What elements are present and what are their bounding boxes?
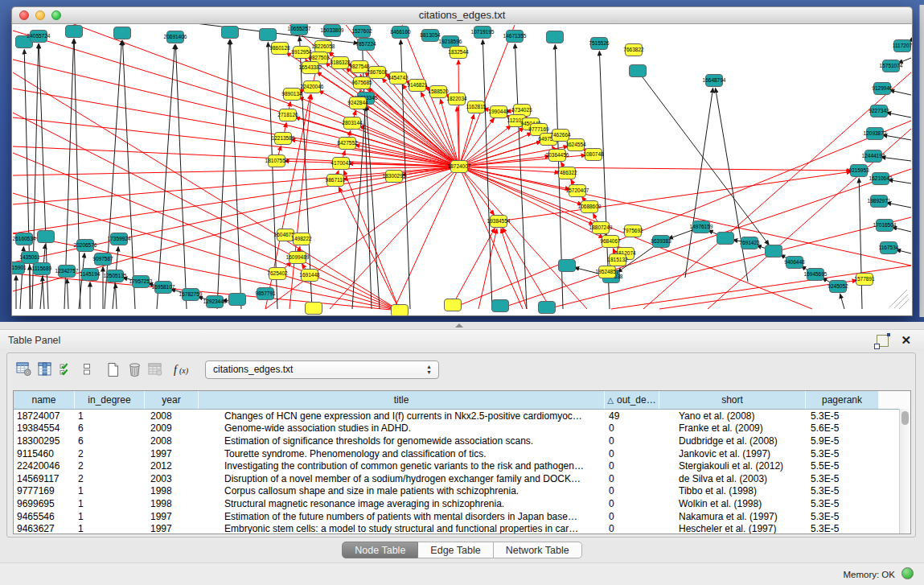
cell-short[interactable]: Tibbo et al. (1998) bbox=[659, 485, 806, 496]
graph-node[interactable]: 16543382 bbox=[299, 62, 322, 74]
cell-out_degree[interactable]: 0 bbox=[605, 498, 659, 509]
graph-node[interactable]: 1162815 bbox=[466, 101, 487, 113]
graph-node[interactable]: 8466160 bbox=[390, 27, 411, 39]
black-edge[interactable] bbox=[897, 249, 911, 253]
network-window-titlebar[interactable]: citations_edges.txt bbox=[11, 6, 913, 24]
black-edge[interactable] bbox=[515, 44, 527, 309]
memory-status-indicator-icon[interactable] bbox=[901, 567, 914, 579]
cell-name[interactable]: 9777169 bbox=[14, 485, 75, 496]
black-edge[interactable] bbox=[175, 45, 187, 309]
cell-title[interactable]: Genome-wide association studies in ADHD. bbox=[199, 422, 605, 434]
cell-title[interactable]: Embryonic stem cells: a model to study s… bbox=[199, 523, 605, 534]
graph-node[interactable]: 1691448 bbox=[299, 270, 320, 282]
graph-node[interactable]: 2867608 bbox=[367, 67, 388, 79]
cell-title[interactable]: Estimation of the future numbers of pati… bbox=[199, 511, 605, 522]
graph-node[interactable]: 9129946 bbox=[872, 83, 893, 95]
red-edge[interactable] bbox=[13, 89, 459, 167]
function-icon[interactable]: f(x) bbox=[173, 360, 192, 378]
graph-node[interactable]: 9890134 bbox=[281, 89, 302, 101]
graph-node[interactable]: 7663822 bbox=[623, 44, 644, 56]
table-row[interactable]: 2242004622012Investigating the contribut… bbox=[14, 459, 910, 472]
cell-title[interactable]: Corpus callosum shape and size in male p… bbox=[199, 485, 605, 496]
black-edge[interactable] bbox=[230, 40, 241, 309]
cell-name[interactable]: 14569117 bbox=[14, 473, 75, 484]
import-table-icon[interactable] bbox=[146, 360, 164, 378]
graph-node[interactable]: 20364456 bbox=[546, 150, 569, 162]
cell-out_degree[interactable]: 0 bbox=[605, 473, 659, 484]
red-edge[interactable] bbox=[503, 229, 551, 309]
graph-node[interactable]: 1832544 bbox=[448, 47, 469, 59]
graph-node[interactable] bbox=[717, 233, 734, 245]
red-edge[interactable] bbox=[459, 25, 515, 167]
cell-title[interactable]: Disruption of a novel member of a sodium… bbox=[199, 473, 605, 484]
cell-pagerank[interactable]: 5.9E-5 bbox=[806, 435, 879, 447]
graph-node[interactable]: 16099489 bbox=[286, 252, 310, 264]
table-row[interactable]: 1938455462009Genome-wide association stu… bbox=[14, 422, 910, 435]
cell-year[interactable]: 2003 bbox=[145, 473, 199, 484]
graph-node[interactable]: 19524851 bbox=[596, 266, 619, 278]
network-canvas[interactable]: 2405572420691406106552571603380915276027… bbox=[11, 24, 913, 316]
network-window[interactable]: citations_edges.txt 24055724206914061065… bbox=[11, 6, 913, 316]
graph-node[interactable]: 4170043 bbox=[331, 158, 351, 170]
graph-node[interactable]: 16648794 bbox=[703, 75, 726, 87]
black-edge[interactable] bbox=[115, 284, 117, 309]
graph-node[interactable]: 9406448 bbox=[784, 257, 805, 269]
graph-node[interactable]: 9215953 bbox=[848, 165, 869, 177]
black-edge[interactable] bbox=[890, 90, 911, 95]
graph-node[interactable] bbox=[260, 29, 277, 41]
cell-short[interactable]: Jankovic et al. (1997) bbox=[659, 448, 806, 459]
cell-in_degree[interactable]: 1 bbox=[75, 410, 145, 422]
cell-out_degree[interactable]: 0 bbox=[605, 523, 659, 534]
graph-node[interactable]: 12213589 bbox=[272, 133, 295, 145]
graph-node[interactable]: 7975692 bbox=[622, 225, 643, 237]
graph-node[interactable]: 1115689 bbox=[32, 263, 52, 275]
graph-node[interactable]: 18724007 bbox=[448, 161, 471, 173]
graph-node[interactable]: 1498222 bbox=[291, 233, 312, 245]
graph-node[interactable]: 20691406 bbox=[164, 31, 187, 43]
red-edge[interactable] bbox=[13, 193, 400, 311]
red-edge[interactable] bbox=[13, 24, 459, 167]
table-row[interactable]: 1830029562008Estimation of significance … bbox=[14, 435, 910, 447]
graph-node[interactable]: 3915901 bbox=[12, 262, 27, 274]
graph-node[interactable] bbox=[306, 303, 322, 315]
cell-title[interactable]: Tourette syndrome. Phenomenology and cla… bbox=[199, 448, 605, 459]
black-edge[interactable] bbox=[883, 135, 911, 140]
graph-node[interactable]: 10688609 bbox=[578, 201, 602, 213]
cell-pagerank[interactable]: 5.5E-5 bbox=[806, 460, 879, 472]
cell-short[interactable]: Stergiakouli et al. (2012) bbox=[659, 460, 806, 472]
red-edge[interactable] bbox=[394, 167, 459, 309]
graph-node[interactable]: 8813054 bbox=[420, 30, 441, 42]
cell-name[interactable]: 9465546 bbox=[14, 511, 75, 522]
table-row[interactable]: 969969511998Structural magnetic resonanc… bbox=[14, 497, 910, 510]
vertical-scrollbar[interactable] bbox=[899, 409, 910, 534]
table-row[interactable]: 1872400712008Changes of HCN gene express… bbox=[14, 410, 910, 422]
cell-pagerank[interactable]: 5.3E-5 bbox=[806, 485, 879, 496]
black-edge[interactable] bbox=[840, 295, 844, 309]
cell-pagerank[interactable]: 5.3E-5 bbox=[806, 448, 879, 459]
graph-node[interactable]: 10719195 bbox=[471, 27, 495, 39]
cell-year[interactable]: 2009 bbox=[145, 422, 199, 434]
close-panel-icon[interactable]: ✕ bbox=[901, 333, 911, 347]
black-edge[interactable] bbox=[105, 41, 121, 309]
graph-node[interactable]: 14671355 bbox=[503, 31, 527, 43]
graph-node[interactable]: 1167534 bbox=[879, 242, 899, 254]
column-header-pagerank[interactable]: pagerank bbox=[806, 391, 879, 409]
tab-network-table[interactable]: Network Table bbox=[494, 542, 582, 558]
window-resize-grip[interactable] bbox=[889, 290, 909, 309]
graph-node[interactable]: 2718126 bbox=[277, 109, 298, 122]
column-header-short[interactable]: short bbox=[659, 391, 806, 409]
tab-edge-table[interactable]: Edge Table bbox=[418, 542, 493, 558]
graph-node[interactable]: 14976159 bbox=[690, 221, 713, 233]
column-header-out_degree[interactable]: △out_de… bbox=[605, 391, 659, 409]
cell-short[interactable]: Wolkin et al. (1998) bbox=[659, 498, 806, 509]
graph-node[interactable]: 20206576 bbox=[74, 240, 97, 252]
cell-short[interactable]: Yano et al. (2008) bbox=[659, 410, 806, 422]
graph-node[interactable]: 17359924 bbox=[108, 233, 131, 245]
cell-title[interactable]: Estimation of significance thresholds fo… bbox=[199, 435, 605, 447]
graph-node[interactable]: 8427552 bbox=[337, 138, 358, 150]
graph-node[interactable]: 7515526 bbox=[589, 38, 610, 50]
graph-node[interactable]: 1588520 bbox=[428, 86, 449, 98]
graph-node[interactable] bbox=[114, 27, 131, 39]
cell-pagerank[interactable]: 5.3E-5 bbox=[806, 523, 879, 534]
cell-title[interactable]: Structural magnetic resonance image aver… bbox=[199, 498, 605, 509]
